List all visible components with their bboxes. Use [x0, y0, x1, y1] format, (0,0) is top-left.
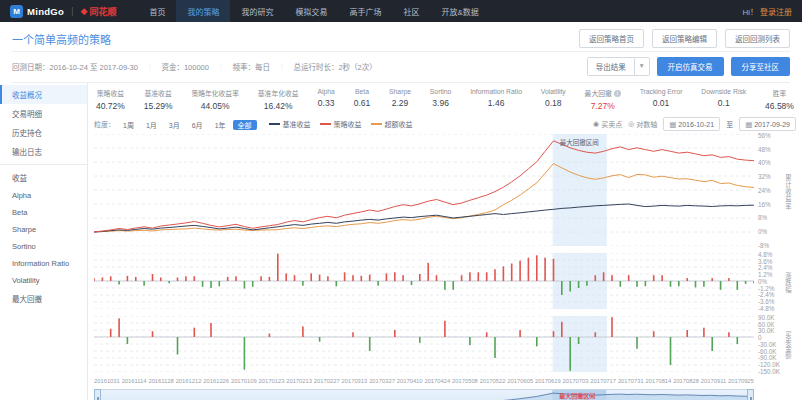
x-date: 20161128	[148, 378, 173, 384]
nav-item-6[interactable]: 社区	[392, 0, 430, 22]
date-to-input[interactable]: ▦ 2017-09-29	[739, 117, 796, 131]
sidebar-item-Beta[interactable]: Beta	[0, 204, 87, 221]
metric-value: 0.01	[640, 98, 683, 108]
metric-最大回撤: 最大回撤i7.27%	[585, 88, 621, 111]
trade-amount-axis-title: 买卖金额	[782, 316, 795, 376]
granularity-label: 粒度：	[94, 119, 115, 129]
run-duration: 总运行时长：2秒（2次）	[293, 61, 376, 72]
nav-item-3[interactable]: 我的研究	[230, 0, 284, 22]
sidebar-item-Volatility[interactable]: Volatility	[0, 272, 87, 289]
sidebar: 收益概况交易明细历史持仓输出日志收益AlphaBetaSharpeSortino…	[0, 83, 88, 400]
drawdown-band-label: 最大回撤区间	[560, 137, 599, 147]
sidebar-item-Information Ratio[interactable]: Information Ratio	[0, 255, 87, 272]
range-navigator[interactable]: Nov '16Dec '16Jan '17Feb '17Mar '17Apr '…	[94, 389, 754, 400]
metric-value: 15.29%	[144, 101, 173, 111]
nav-item-4[interactable]: 模拟交易	[284, 0, 338, 22]
sidebar-item-收益[interactable]: 收益	[0, 168, 87, 187]
x-date: 20170605	[507, 378, 533, 384]
y-tick: 16%	[758, 202, 782, 208]
nav-item-2[interactable]: 我的策略	[176, 0, 230, 22]
mindgo-logo-icon: M	[10, 5, 23, 18]
x-axis-dates: 2016103120161114201611282016121220161226…	[94, 378, 754, 384]
metric-Tracking Error: Tracking Error0.01	[640, 88, 683, 111]
x-date: 20170213	[286, 378, 312, 384]
metric-策略年化收益率: 策略年化收益率44.05%	[191, 88, 239, 111]
metric-label: 策略年化收益率	[191, 88, 239, 98]
metric-value: 3.96	[430, 98, 452, 108]
cumulative-return-yaxis: 56%48%40%32%24%16%8%0%-8%	[754, 134, 782, 250]
metric-Sortino: Sortino3.96	[430, 88, 452, 111]
x-date: 20170703	[563, 378, 589, 384]
brand-ths: 同花顺	[89, 5, 116, 18]
y-tick: 56%	[758, 133, 782, 139]
chart-legend: 基准收益策略收益超额收益	[269, 119, 413, 129]
backtest-date-range: 回测日期：2016-10-24 至 2017-09-30	[12, 61, 138, 72]
sidebar-item-最大回撤[interactable]: 最大回撤	[0, 289, 87, 308]
nav-menu: 首页我的策略我的研究模拟交易高手广场社区开放&数据	[138, 0, 489, 22]
metric-胜率: 胜率46.58%	[765, 88, 794, 111]
x-date: 20170227	[314, 378, 340, 384]
metric-label: Downside Risk	[701, 88, 746, 95]
metric-value: 0.61	[354, 98, 371, 108]
x-date: 20170424	[424, 378, 450, 384]
granularity-tab-1周[interactable]: 1周	[118, 120, 139, 130]
sidebar-item-交易明细[interactable]: 交易明细	[0, 104, 87, 123]
navigator-left-handle[interactable]	[94, 389, 101, 400]
back-strategy-edit-button[interactable]: 返回策略编辑	[652, 29, 717, 48]
capital: 资金：100000	[161, 61, 209, 72]
granularity-tab-3月[interactable]: 3月	[164, 120, 185, 130]
content: 策略收益40.72%基准收益15.29%策略年化收益率44.05%基准年化收益1…	[88, 83, 802, 400]
y-tick: -4.8%	[758, 306, 782, 312]
back-backtest-list-button[interactable]: 返回回测列表	[725, 29, 790, 48]
login-link[interactable]: Hi！登录注册	[742, 6, 792, 17]
legend-swatch	[371, 123, 382, 125]
chevron-down-icon[interactable]: ▾	[634, 58, 649, 75]
metric-策略收益: 策略收益40.72%	[96, 88, 125, 111]
export-dropdown[interactable]: 导出结果 ▾	[587, 57, 650, 76]
legend-label: 超额收益	[385, 119, 413, 129]
sidebar-item-Sharpe[interactable]: Sharpe	[0, 221, 87, 238]
export-label[interactable]: 导出结果	[588, 58, 634, 75]
ths-logo-icon: ◆	[81, 6, 88, 16]
nav-item-1[interactable]: 首页	[138, 0, 176, 22]
log-axis-toggle[interactable]: ◎ 对数轴	[628, 119, 657, 129]
metric-Sharpe: Sharpe2.29	[389, 88, 411, 111]
metric-label: Information Ratio	[470, 88, 522, 95]
legend-label: 策略收益	[334, 119, 362, 129]
sidebar-item-Sortino[interactable]: Sortino	[0, 238, 87, 255]
login-register[interactable]: 登录注册	[760, 8, 792, 17]
granularity-tab-6月[interactable]: 6月	[187, 120, 208, 130]
date-separator: 至	[726, 119, 733, 129]
sidebar-item-收益概况[interactable]: 收益概况	[0, 85, 87, 104]
metric-Beta: Beta0.61	[354, 88, 371, 111]
trade-amount-chart	[94, 316, 754, 376]
legend-超额收益: 超额收益	[371, 119, 413, 129]
metric-label: 策略收益	[96, 88, 125, 98]
navigator-right-handle[interactable]	[747, 389, 754, 400]
sidebar-item-历史持仓[interactable]: 历史持仓	[0, 123, 87, 142]
date-from-input[interactable]: ▦ 2016-10-21	[663, 117, 720, 131]
granularity-tab-全部[interactable]: 全部	[233, 120, 257, 130]
sidebar-item-输出日志[interactable]: 输出日志	[0, 142, 87, 161]
metric-基准收益: 基准收益15.29%	[144, 88, 173, 111]
x-date: 20170410	[397, 378, 423, 384]
nav-item-5[interactable]: 高手广场	[338, 0, 392, 22]
start-simulation-button[interactable]: 开启仿真交易	[657, 57, 724, 76]
share-to-community-button[interactable]: 分享至社区	[731, 57, 791, 76]
granularity-tab-1月[interactable]: 1月	[141, 120, 162, 130]
sidebar-item-Alpha[interactable]: Alpha	[0, 187, 87, 204]
metric-value: 16.42%	[258, 101, 299, 111]
x-date: 20170828	[673, 378, 699, 384]
metric-label: Sharpe	[389, 88, 411, 95]
x-date: 20170911	[701, 378, 726, 384]
legend-swatch	[269, 123, 280, 125]
metric-value: 1.46	[470, 98, 522, 108]
navigator-drawdown-label: 最大回撤区间	[559, 391, 595, 400]
trade-points-toggle[interactable]: ◉ 买卖点	[593, 119, 622, 129]
nav-item-7[interactable]: 开放&数据	[430, 0, 489, 22]
y-tick: -8%	[758, 243, 782, 249]
granularity-tab-1年[interactable]: 1年	[210, 120, 231, 130]
back-strategy-home-button[interactable]: 返回策略首页	[579, 29, 644, 48]
x-date: 20170109	[231, 378, 257, 384]
info-icon[interactable]: i	[614, 90, 621, 97]
